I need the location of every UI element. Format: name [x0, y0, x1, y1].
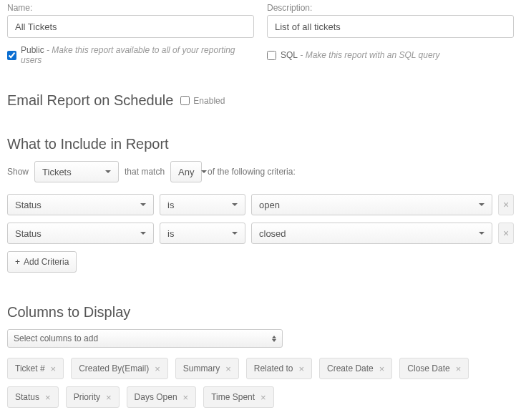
close-icon: ×: [503, 199, 509, 210]
remove-column-icon[interactable]: ×: [225, 363, 231, 374]
description-input[interactable]: [267, 15, 514, 38]
column-tag-label: Created By(Email): [79, 363, 149, 373]
remove-column-icon[interactable]: ×: [183, 392, 189, 403]
of-following-label: of the following criteria:: [208, 167, 296, 177]
remove-column-icon[interactable]: ×: [155, 363, 160, 374]
column-tag[interactable]: Ticket #×: [7, 358, 64, 379]
schedule-enabled-checkbox[interactable]: [180, 96, 190, 105]
remove-column-icon[interactable]: ×: [456, 363, 462, 374]
column-tag[interactable]: Status×: [7, 386, 59, 408]
entity-select[interactable]: Tickets: [34, 161, 119, 182]
column-tag[interactable]: Close Date×: [399, 358, 469, 379]
criteria-field-select[interactable]: Status: [7, 194, 154, 215]
column-tag-label: Close Date: [407, 363, 449, 373]
show-label: Show: [7, 167, 29, 177]
column-tag[interactable]: Create Date×: [319, 358, 392, 379]
column-tag[interactable]: Priority×: [66, 386, 120, 408]
column-tag-label: Days Open: [135, 392, 177, 402]
public-checkbox[interactable]: [7, 51, 16, 60]
description-label: Description:: [267, 3, 514, 13]
remove-column-icon[interactable]: ×: [51, 363, 57, 374]
column-tag-label: Ticket #: [15, 363, 45, 373]
criteria-value-select[interactable]: closed: [251, 223, 492, 244]
that-match-label: that match: [125, 167, 165, 177]
caret-down-icon: [232, 203, 238, 206]
column-tag[interactable]: Created By(Email)×: [71, 358, 168, 379]
columns-select[interactable]: Select columns to add: [7, 329, 283, 348]
column-tag-label: Priority: [74, 392, 100, 402]
public-label: Public - Make this report available to a…: [21, 45, 254, 65]
column-tag[interactable]: Days Open×: [127, 386, 197, 408]
sql-label: SQL - Make this report with an SQL query: [281, 50, 440, 60]
criteria-operator-select[interactable]: is: [160, 194, 245, 215]
criteria-operator-select[interactable]: is: [160, 223, 245, 244]
plus-icon: +: [15, 257, 20, 267]
caret-down-icon: [140, 203, 146, 206]
caret-down-icon: [232, 232, 238, 235]
updown-icon: [272, 336, 276, 342]
criteria-row: Statusisopen×: [7, 194, 514, 215]
add-criteria-button[interactable]: + Add Criteria: [7, 251, 77, 273]
remove-column-icon[interactable]: ×: [45, 392, 51, 403]
remove-column-icon[interactable]: ×: [298, 363, 304, 374]
remove-criteria-button[interactable]: ×: [498, 194, 514, 215]
criteria-row: Statusisclosed×: [7, 223, 514, 244]
name-label: Name:: [7, 3, 254, 13]
caret-down-icon: [479, 203, 485, 206]
remove-column-icon[interactable]: ×: [260, 392, 266, 403]
column-tag[interactable]: Time Spent×: [203, 386, 274, 408]
column-tag-label: Status: [15, 392, 39, 402]
caret-down-icon: [201, 170, 207, 173]
columns-heading: Columns to Display: [7, 304, 514, 321]
remove-column-icon[interactable]: ×: [379, 363, 385, 374]
close-icon: ×: [503, 228, 509, 239]
enabled-label: Enabled: [193, 96, 225, 106]
name-input[interactable]: [7, 15, 254, 38]
remove-column-icon[interactable]: ×: [106, 392, 112, 403]
column-tag-label: Time Spent: [211, 392, 255, 402]
column-tag-label: Create Date: [327, 363, 374, 373]
email-schedule-heading: Email Report on Schedule Enabled: [7, 92, 514, 109]
column-tag[interactable]: Related to×: [246, 358, 312, 379]
criteria-value-select[interactable]: open: [251, 194, 492, 215]
caret-down-icon: [140, 232, 146, 235]
column-tag[interactable]: Summary×: [175, 358, 239, 379]
match-mode-select[interactable]: Any: [170, 161, 202, 182]
include-heading: What to Include in Report: [7, 136, 514, 152]
column-tag-label: Related to: [254, 363, 293, 373]
remove-criteria-button[interactable]: ×: [498, 223, 514, 244]
column-tag-label: Summary: [183, 363, 220, 373]
caret-down-icon: [105, 170, 111, 173]
caret-down-icon: [479, 232, 485, 235]
sql-checkbox[interactable]: [267, 51, 276, 60]
criteria-field-select[interactable]: Status: [7, 223, 154, 244]
